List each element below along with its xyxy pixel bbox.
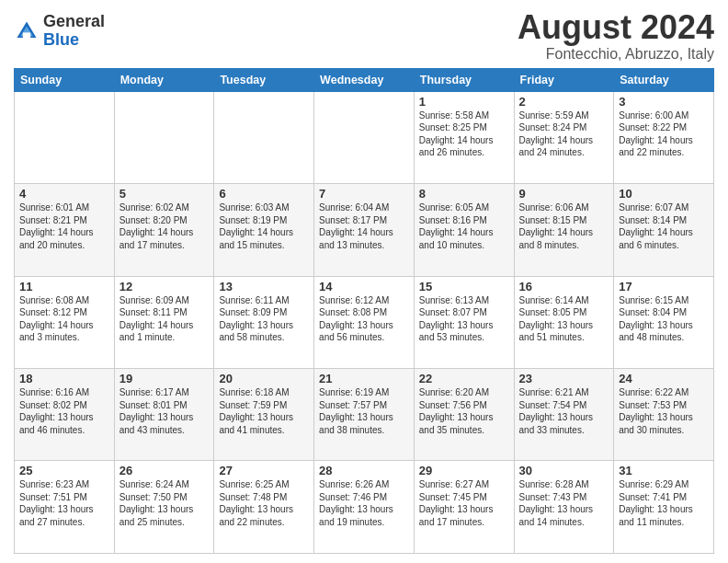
day-number: 27 bbox=[219, 464, 309, 477]
day-cell: 19Sunrise: 6:17 AM Sunset: 8:01 PM Dayli… bbox=[114, 369, 214, 461]
day-cell: 27Sunrise: 6:25 AM Sunset: 7:48 PM Dayli… bbox=[214, 461, 314, 554]
subtitle: Fontecchio, Abruzzo, Italy bbox=[518, 46, 714, 63]
day-cell: 22Sunrise: 6:20 AM Sunset: 7:56 PM Dayli… bbox=[414, 369, 514, 461]
day-number: 5 bbox=[119, 187, 210, 201]
col-header-thursday: Thursday bbox=[414, 68, 514, 91]
day-cell: 21Sunrise: 6:19 AM Sunset: 7:57 PM Dayli… bbox=[314, 369, 415, 461]
day-cell: 8Sunrise: 6:05 AM Sunset: 8:16 PM Daylig… bbox=[414, 184, 514, 276]
day-cell: 28Sunrise: 6:26 AM Sunset: 7:46 PM Dayli… bbox=[314, 461, 415, 554]
day-info: Sunrise: 6:21 AM Sunset: 7:54 PM Dayligh… bbox=[519, 386, 609, 436]
day-cell: 9Sunrise: 6:06 AM Sunset: 8:15 PM Daylig… bbox=[514, 184, 614, 276]
day-cell: 2Sunrise: 5:59 AM Sunset: 8:24 PM Daylig… bbox=[514, 91, 614, 183]
day-cell bbox=[15, 91, 115, 183]
day-info: Sunrise: 6:19 AM Sunset: 7:57 PM Dayligh… bbox=[319, 386, 409, 436]
day-number: 3 bbox=[619, 95, 709, 109]
day-info: Sunrise: 6:28 AM Sunset: 7:43 PM Dayligh… bbox=[519, 478, 609, 528]
day-info: Sunrise: 6:24 AM Sunset: 7:50 PM Dayligh… bbox=[119, 478, 210, 528]
day-info: Sunrise: 6:09 AM Sunset: 8:11 PM Dayligh… bbox=[119, 294, 210, 344]
day-number: 10 bbox=[619, 187, 709, 201]
logo-blue: Blue bbox=[43, 30, 79, 49]
col-header-wednesday: Wednesday bbox=[314, 68, 415, 91]
day-info: Sunrise: 6:12 AM Sunset: 8:08 PM Dayligh… bbox=[319, 294, 409, 344]
day-cell: 24Sunrise: 6:22 AM Sunset: 7:53 PM Dayli… bbox=[614, 369, 714, 461]
day-info: Sunrise: 6:23 AM Sunset: 7:51 PM Dayligh… bbox=[19, 478, 109, 528]
day-info: Sunrise: 6:14 AM Sunset: 8:05 PM Dayligh… bbox=[519, 294, 609, 344]
day-cell bbox=[214, 91, 314, 183]
day-info: Sunrise: 6:03 AM Sunset: 8:19 PM Dayligh… bbox=[219, 201, 309, 251]
day-cell: 6Sunrise: 6:03 AM Sunset: 8:19 PM Daylig… bbox=[214, 184, 314, 276]
day-info: Sunrise: 6:05 AM Sunset: 8:16 PM Dayligh… bbox=[419, 201, 509, 251]
week-row-4: 18Sunrise: 6:16 AM Sunset: 8:02 PM Dayli… bbox=[15, 369, 714, 461]
day-number: 16 bbox=[519, 280, 609, 293]
day-number: 20 bbox=[219, 372, 309, 385]
day-cell: 26Sunrise: 6:24 AM Sunset: 7:50 PM Dayli… bbox=[114, 461, 214, 554]
day-info: Sunrise: 6:13 AM Sunset: 8:07 PM Dayligh… bbox=[419, 294, 509, 344]
day-number: 4 bbox=[19, 187, 109, 201]
day-number: 25 bbox=[19, 464, 109, 477]
header-row: SundayMondayTuesdayWednesdayThursdayFrid… bbox=[15, 68, 714, 91]
day-number: 24 bbox=[619, 372, 709, 385]
day-info: Sunrise: 6:20 AM Sunset: 7:56 PM Dayligh… bbox=[419, 386, 509, 436]
day-number: 2 bbox=[519, 95, 609, 109]
day-number: 8 bbox=[419, 187, 509, 201]
day-info: Sunrise: 6:25 AM Sunset: 7:48 PM Dayligh… bbox=[219, 478, 309, 528]
day-number: 12 bbox=[119, 280, 210, 293]
col-header-tuesday: Tuesday bbox=[214, 68, 314, 91]
day-info: Sunrise: 6:18 AM Sunset: 7:59 PM Dayligh… bbox=[219, 386, 309, 436]
col-header-saturday: Saturday bbox=[614, 68, 714, 91]
page: General Blue August 2024 Fontecchio, Abr… bbox=[0, 0, 728, 563]
day-info: Sunrise: 6:17 AM Sunset: 8:01 PM Dayligh… bbox=[119, 386, 210, 436]
day-info: Sunrise: 6:08 AM Sunset: 8:12 PM Dayligh… bbox=[19, 294, 109, 344]
logo: General Blue bbox=[14, 13, 105, 50]
day-cell: 5Sunrise: 6:02 AM Sunset: 8:20 PM Daylig… bbox=[114, 184, 214, 276]
day-cell: 10Sunrise: 6:07 AM Sunset: 8:14 PM Dayli… bbox=[614, 184, 714, 276]
logo-icon bbox=[14, 18, 40, 44]
day-info: Sunrise: 6:02 AM Sunset: 8:20 PM Dayligh… bbox=[119, 201, 210, 251]
day-number: 14 bbox=[319, 280, 409, 293]
logo-general: General bbox=[43, 12, 105, 30]
day-number: 9 bbox=[519, 187, 609, 201]
day-cell: 25Sunrise: 6:23 AM Sunset: 7:51 PM Dayli… bbox=[15, 461, 115, 554]
day-cell: 18Sunrise: 6:16 AM Sunset: 8:02 PM Dayli… bbox=[15, 369, 115, 461]
day-cell: 23Sunrise: 6:21 AM Sunset: 7:54 PM Dayli… bbox=[514, 369, 614, 461]
week-row-3: 11Sunrise: 6:08 AM Sunset: 8:12 PM Dayli… bbox=[15, 276, 714, 368]
day-info: Sunrise: 5:59 AM Sunset: 8:24 PM Dayligh… bbox=[519, 109, 609, 159]
day-number: 26 bbox=[119, 464, 210, 477]
day-cell: 30Sunrise: 6:28 AM Sunset: 7:43 PM Dayli… bbox=[514, 461, 614, 554]
day-cell: 13Sunrise: 6:11 AM Sunset: 8:09 PM Dayli… bbox=[214, 276, 314, 368]
day-number: 21 bbox=[319, 372, 409, 385]
day-cell bbox=[114, 91, 214, 183]
day-info: Sunrise: 5:58 AM Sunset: 8:25 PM Dayligh… bbox=[419, 109, 509, 159]
day-cell: 15Sunrise: 6:13 AM Sunset: 8:07 PM Dayli… bbox=[414, 276, 514, 368]
day-cell: 31Sunrise: 6:29 AM Sunset: 7:41 PM Dayli… bbox=[614, 461, 714, 554]
main-title: August 2024 bbox=[518, 9, 714, 46]
day-info: Sunrise: 6:11 AM Sunset: 8:09 PM Dayligh… bbox=[219, 294, 309, 344]
day-info: Sunrise: 6:16 AM Sunset: 8:02 PM Dayligh… bbox=[19, 386, 109, 436]
day-number: 18 bbox=[19, 372, 109, 385]
day-info: Sunrise: 6:26 AM Sunset: 7:46 PM Dayligh… bbox=[319, 478, 409, 528]
day-number: 15 bbox=[419, 280, 509, 293]
day-cell: 4Sunrise: 6:01 AM Sunset: 8:21 PM Daylig… bbox=[15, 184, 115, 276]
week-row-2: 4Sunrise: 6:01 AM Sunset: 8:21 PM Daylig… bbox=[15, 184, 714, 276]
day-info: Sunrise: 6:29 AM Sunset: 7:41 PM Dayligh… bbox=[619, 478, 709, 528]
day-cell: 17Sunrise: 6:15 AM Sunset: 8:04 PM Dayli… bbox=[614, 276, 714, 368]
col-header-monday: Monday bbox=[114, 68, 214, 91]
day-cell: 11Sunrise: 6:08 AM Sunset: 8:12 PM Dayli… bbox=[15, 276, 115, 368]
day-number: 17 bbox=[619, 280, 709, 293]
day-number: 30 bbox=[519, 464, 609, 477]
day-info: Sunrise: 6:27 AM Sunset: 7:45 PM Dayligh… bbox=[419, 478, 509, 528]
day-cell: 16Sunrise: 6:14 AM Sunset: 8:05 PM Dayli… bbox=[514, 276, 614, 368]
day-info: Sunrise: 6:15 AM Sunset: 8:04 PM Dayligh… bbox=[619, 294, 709, 344]
day-cell: 7Sunrise: 6:04 AM Sunset: 8:17 PM Daylig… bbox=[314, 184, 415, 276]
day-cell bbox=[314, 91, 415, 183]
calendar-table: SundayMondayTuesdayWednesdayThursdayFrid… bbox=[14, 68, 714, 554]
day-number: 31 bbox=[619, 464, 709, 477]
day-number: 23 bbox=[519, 372, 609, 385]
day-number: 1 bbox=[419, 95, 509, 109]
day-number: 19 bbox=[119, 372, 210, 385]
day-cell: 29Sunrise: 6:27 AM Sunset: 7:45 PM Dayli… bbox=[414, 461, 514, 554]
header: General Blue August 2024 Fontecchio, Abr… bbox=[14, 9, 714, 63]
day-cell: 12Sunrise: 6:09 AM Sunset: 8:11 PM Dayli… bbox=[114, 276, 214, 368]
day-info: Sunrise: 6:00 AM Sunset: 8:22 PM Dayligh… bbox=[619, 109, 709, 159]
day-number: 22 bbox=[419, 372, 509, 385]
